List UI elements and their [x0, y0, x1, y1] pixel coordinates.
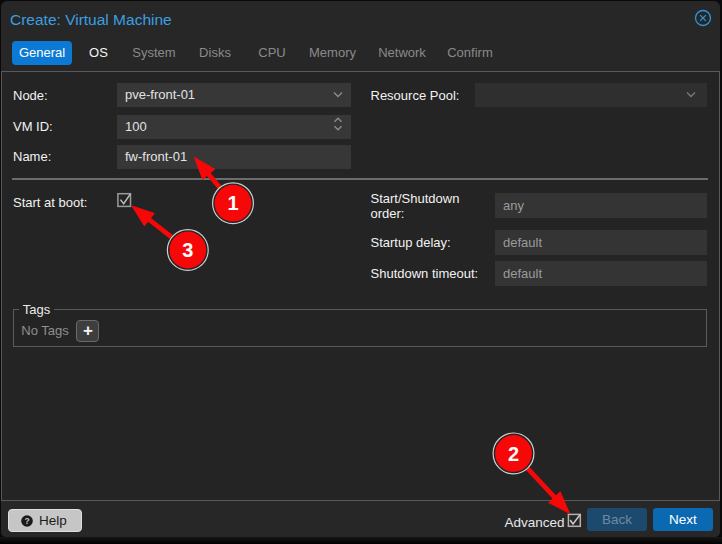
svg-text:1: 1: [227, 192, 238, 214]
svg-text:3: 3: [182, 239, 193, 261]
svg-text:2: 2: [508, 443, 519, 465]
